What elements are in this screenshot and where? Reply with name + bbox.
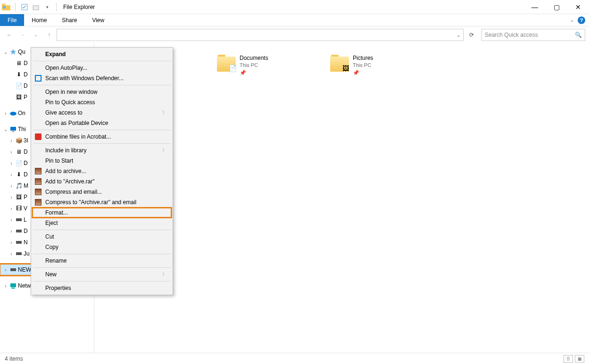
menu-separator (33, 281, 171, 281)
svg-rect-10 (16, 230, 22, 232)
nav-up-button[interactable]: ↑ (43, 29, 55, 41)
menu-item[interactable]: Pin to Quick access (32, 97, 172, 108)
menu-separator (33, 143, 171, 144)
minimize-button[interactable]: ― (524, 0, 546, 14)
folder-name: Pictures (353, 55, 373, 61)
tree-label: Thi (18, 126, 26, 132)
svg-point-6 (10, 112, 17, 116)
submenu-arrow-icon: 〉 (162, 271, 167, 278)
view-details-button[interactable]: ☰ (564, 355, 573, 363)
file-tab[interactable]: File (0, 14, 24, 26)
nav-recent-button[interactable]: ⌄ (30, 29, 41, 41)
menu-label: Include in library (45, 147, 86, 154)
menu-item[interactable]: Eject (32, 218, 172, 228)
svg-rect-11 (16, 241, 22, 244)
submenu-arrow-icon: 〉 (162, 109, 167, 116)
folder-sub: This PC (240, 62, 268, 68)
submenu-arrow-icon: 〉 (162, 147, 167, 154)
qat-properties-icon[interactable] (20, 3, 29, 11)
address-dropdown-icon[interactable]: ⌄ (456, 33, 460, 38)
menu-item[interactable]: Add to archive... (32, 166, 172, 176)
address-bar[interactable]: ⌄ (57, 29, 464, 41)
menu-separator (33, 267, 171, 268)
menu-label: Compress and email... (45, 189, 102, 195)
title-bar: ▾ File Explorer ― ▢ ✕ (0, 0, 589, 14)
folder-icon: 📄 (217, 55, 236, 72)
menu-item[interactable]: Open AutoPlay... (32, 63, 172, 73)
menu-label: New (45, 271, 57, 278)
refresh-button[interactable]: ⟳ (466, 30, 477, 40)
menu-item[interactable]: Copy (32, 242, 172, 252)
close-button[interactable]: ✕ (567, 0, 589, 14)
svg-marker-5 (10, 49, 16, 55)
menu-item[interactable]: Compress and email... (32, 187, 172, 197)
menu-item[interactable]: Open as Portable Device (32, 118, 172, 128)
maximize-button[interactable]: ▢ (546, 0, 567, 14)
nav-bar: ← → ⌄ ↑ ⌄ ⟳ 🔍 (0, 26, 589, 43)
pin-icon: 📌 (353, 70, 373, 76)
menu-item[interactable]: Give access to〉 (32, 108, 172, 118)
folder-sub: This PC (353, 62, 373, 68)
ribbon-expand-icon[interactable]: ⌄ (570, 17, 574, 23)
menu-item[interactable]: Open in new window (32, 87, 172, 97)
menu-label: Open in new window (45, 89, 98, 95)
menu-separator (33, 130, 171, 130)
menu-label: Copy (45, 244, 58, 250)
folder-item[interactable]: 🖼 Pictures This PC 📌 (330, 55, 424, 76)
menu-label: Format... (45, 209, 68, 216)
svg-rect-7 (10, 127, 16, 131)
menu-label: Combine files in Acrobat... (45, 133, 111, 140)
search-icon[interactable]: 🔍 (575, 32, 582, 38)
search-box[interactable]: 🔍 (481, 29, 585, 41)
menu-label: Pin to Quick access (45, 99, 95, 106)
folder-item[interactable]: 📄 Documents This PC 📌 (217, 55, 311, 76)
menu-item[interactable]: New〉 (32, 269, 172, 280)
menu-item[interactable]: Compress to "Archive.rar" and email (32, 197, 172, 207)
help-icon[interactable]: ? (578, 17, 585, 24)
nav-forward-button[interactable]: → (17, 29, 28, 41)
qat-newfolder-icon[interactable] (32, 3, 40, 11)
svg-rect-8 (12, 131, 14, 132)
svg-rect-4 (33, 6, 39, 10)
menu-separator (33, 254, 171, 254)
tab-home[interactable]: Home (24, 14, 54, 26)
menu-label: Eject (45, 220, 58, 226)
menu-item[interactable]: Add to "Archive.rar" (32, 176, 172, 187)
window-title: File Explorer (63, 4, 95, 10)
menu-label: Rename (45, 257, 66, 264)
menu-label: Add to archive... (45, 168, 86, 174)
menu-item[interactable]: Pin to Start (32, 156, 172, 166)
svg-rect-1 (2, 4, 5, 6)
status-bar: 4 items ☰ ▦ (0, 353, 589, 364)
menu-label: Pin to Start (45, 157, 73, 164)
qat-dropdown-icon[interactable]: ▾ (43, 3, 51, 11)
svg-rect-15 (11, 288, 15, 289)
tab-view[interactable]: View (84, 14, 112, 26)
search-input[interactable] (485, 32, 575, 38)
view-icons-button[interactable]: ▦ (575, 355, 584, 363)
menu-label: Open AutoPlay... (45, 65, 87, 71)
menu-label: Compress to "Archive.rar" and email (45, 199, 136, 206)
menu-item[interactable]: Format... (32, 207, 172, 218)
folder-name: Documents (240, 55, 268, 61)
menu-label: Scan with Windows Defender... (45, 75, 124, 82)
svg-rect-9 (16, 218, 22, 221)
context-menu: ExpandOpen AutoPlay...Scan with Windows … (31, 47, 173, 295)
menu-item[interactable]: Include in library〉 (32, 145, 172, 156)
svg-rect-2 (3, 6, 6, 8)
menu-item[interactable]: Properties (32, 283, 172, 293)
tab-share[interactable]: Share (54, 14, 84, 26)
menu-item[interactable]: Combine files in Acrobat... (32, 132, 172, 142)
menu-item[interactable]: Expand (32, 49, 172, 59)
ribbon: File Home Share View ⌄ ? (0, 14, 589, 26)
status-text: 4 items (5, 356, 23, 362)
menu-label: Properties (45, 285, 71, 291)
menu-item[interactable]: Scan with Windows Defender... (32, 73, 172, 83)
menu-separator (33, 61, 171, 61)
svg-rect-13 (10, 268, 16, 271)
menu-label: Cut (45, 233, 54, 240)
nav-back-button[interactable]: ← (4, 29, 15, 41)
menu-item[interactable]: Cut (32, 232, 172, 242)
menu-item[interactable]: Rename (32, 256, 172, 266)
folder-icon: 🖼 (330, 55, 349, 72)
